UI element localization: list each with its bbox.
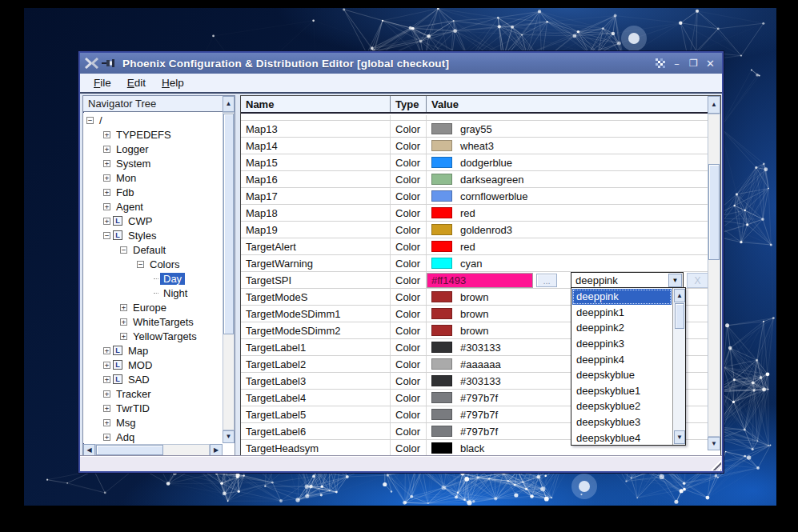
table-vscrollbar-thumb[interactable] bbox=[708, 164, 720, 260]
table-cell[interactable]: TargetLabel1 bbox=[241, 339, 391, 355]
table-cell[interactable]: TargetLabel2 bbox=[241, 356, 391, 372]
table-cell[interactable] bbox=[241, 115, 391, 120]
table-cell[interactable]: red bbox=[427, 238, 708, 254]
menu-item-file[interactable]: File bbox=[86, 75, 118, 90]
dropdown-item-deepskyblue4[interactable]: deepskyblue4 bbox=[572, 430, 672, 444]
clear-value-button[interactable]: X bbox=[687, 273, 708, 288]
tree-scroll-right-button[interactable]: ▶ bbox=[210, 444, 223, 456]
tree-item-cwp[interactable]: +LCWP bbox=[83, 214, 223, 228]
expand-icon[interactable]: + bbox=[103, 390, 110, 398]
table-row-map17[interactable]: Map17Colorcornflowerblue bbox=[241, 188, 708, 205]
table-cell[interactable]: Color bbox=[391, 322, 427, 338]
dropdown-item-deepskyblue3[interactable]: deepskyblue3 bbox=[572, 414, 672, 430]
tree-item-map[interactable]: +LMap bbox=[83, 343, 223, 358]
expand-icon[interactable]: + bbox=[103, 347, 110, 354]
table-cell[interactable]: TargetAlert bbox=[241, 238, 391, 254]
table-row-map15[interactable]: Map15Colordodgerblue bbox=[241, 154, 708, 171]
table-cell[interactable]: Map15 bbox=[241, 154, 391, 170]
menu-item-help[interactable]: Help bbox=[154, 75, 191, 90]
table-cell[interactable]: Map18 bbox=[241, 205, 391, 221]
tree-item-typedefs[interactable]: +TYPEDEFS bbox=[83, 127, 223, 142]
expand-icon[interactable]: + bbox=[103, 174, 110, 182]
tree-item-twrtid[interactable]: +TwrTID bbox=[83, 401, 223, 415]
table-row-targetalert[interactable]: TargetAlertColorred bbox=[241, 238, 708, 255]
table-cell[interactable]: cornflowerblue bbox=[427, 188, 708, 204]
table-cell[interactable]: Color bbox=[391, 222, 427, 238]
table-cell[interactable]: Color bbox=[391, 306, 427, 322]
title-bar[interactable]: Phoenix Configuration & Distribution Edi… bbox=[80, 53, 722, 74]
table-cell[interactable]: Map14 bbox=[241, 138, 391, 154]
table-cell[interactable]: TargetLabel3 bbox=[241, 373, 391, 389]
table-cell[interactable]: red bbox=[427, 205, 708, 221]
table-cell[interactable]: goldenrod3 bbox=[427, 222, 708, 238]
tree-item-agent[interactable]: +Agent bbox=[83, 199, 223, 214]
table-cell[interactable]: Color bbox=[391, 440, 427, 456]
tree-item-tracker[interactable]: +Tracker bbox=[83, 386, 223, 401]
expand-icon[interactable]: + bbox=[103, 146, 110, 153]
dropdown-item-deepskyblue1[interactable]: deepskyblue1 bbox=[572, 383, 672, 399]
dropdown-item-deeppink1[interactable]: deeppink1 bbox=[572, 305, 672, 321]
expand-icon[interactable]: + bbox=[103, 189, 110, 196]
expand-icon[interactable]: + bbox=[103, 160, 110, 167]
table-cell[interactable]: gray55 bbox=[427, 121, 708, 137]
table-cell[interactable]: TargetModeS bbox=[241, 289, 391, 305]
tree-item-system[interactable]: +System bbox=[83, 156, 223, 170]
tree-item-fdb[interactable]: +Fdb bbox=[83, 185, 223, 199]
collapse-icon[interactable]: − bbox=[103, 232, 110, 239]
table-cell[interactable]: Map17 bbox=[241, 188, 391, 204]
minimize-button[interactable]: – bbox=[670, 57, 684, 70]
table-scroll-down-button[interactable]: ▼ bbox=[708, 437, 720, 450]
table-cell[interactable]: Color bbox=[391, 188, 427, 204]
dropdown-item-deepskyblue[interactable]: deepskyblue bbox=[572, 367, 672, 383]
table-row-map16[interactable]: Map16Colordarkseagreen bbox=[241, 171, 708, 188]
expand-icon[interactable]: + bbox=[120, 304, 127, 311]
table-cell[interactable]: Color bbox=[391, 339, 427, 355]
tree-item-default[interactable]: −Default bbox=[83, 242, 223, 257]
table-cell[interactable]: TargetLabel5 bbox=[241, 406, 391, 422]
dropdown-scroll-up-button[interactable]: ▲ bbox=[674, 289, 685, 302]
table-cell[interactable]: Map13 bbox=[241, 121, 391, 137]
tree-item-logger[interactable]: +Logger bbox=[83, 142, 223, 156]
table-row-targetspi[interactable]: TargetSPIColor#ff1493...deeppink▼X bbox=[241, 272, 708, 289]
workspace-dither-icon[interactable] bbox=[654, 57, 667, 70]
table-cell[interactable]: Color bbox=[391, 154, 427, 170]
tree-item-whitetargets[interactable]: +WhiteTargets bbox=[83, 314, 223, 329]
chevron-down-icon[interactable]: ▼ bbox=[668, 274, 682, 287]
table-row-map14[interactable]: Map14Colorwheat3 bbox=[241, 138, 708, 154]
table-cell[interactable]: Color bbox=[391, 255, 427, 271]
table-cell[interactable]: Color bbox=[391, 138, 427, 154]
dropdown-item-deepskyblue2[interactable]: deepskyblue2 bbox=[572, 398, 672, 414]
tree-item-styles[interactable]: −LStyles bbox=[83, 228, 223, 242]
tree-item-root[interactable]: −/ bbox=[83, 113, 223, 127]
column-header-value[interactable]: Value bbox=[427, 96, 708, 112]
expand-icon[interactable]: + bbox=[103, 203, 110, 210]
tree-item-adq[interactable]: +Adq bbox=[83, 430, 223, 443]
collapse-icon[interactable]: − bbox=[120, 246, 127, 254]
table-cell[interactable]: wheat3 bbox=[427, 138, 708, 154]
table-cell[interactable]: dodgerblue bbox=[427, 154, 708, 170]
dropdown-item-deeppink[interactable]: deeppink bbox=[572, 289, 672, 305]
expand-icon[interactable]: + bbox=[103, 419, 110, 426]
table-row-map18[interactable]: Map18Colorred bbox=[241, 205, 708, 222]
expand-icon[interactable]: + bbox=[103, 218, 110, 225]
dropdown-scrollbar-thumb[interactable] bbox=[675, 303, 684, 329]
table-cell[interactable]: Color bbox=[391, 238, 427, 254]
table-cell[interactable]: Color bbox=[391, 423, 427, 439]
table-cell[interactable]: Color bbox=[391, 272, 427, 288]
table-cell[interactable] bbox=[427, 115, 708, 120]
menu-item-edit[interactable]: Edit bbox=[120, 75, 153, 90]
table-cell[interactable] bbox=[391, 115, 427, 120]
tree-item-mod[interactable]: +LMOD bbox=[83, 358, 223, 372]
table-cell[interactable]: Color bbox=[391, 373, 427, 389]
tree-item-night[interactable]: Night bbox=[83, 286, 223, 300]
tree-item-europe[interactable]: +Europe bbox=[83, 300, 223, 314]
table-cell[interactable]: TargetModeSDimm1 bbox=[241, 306, 391, 322]
tree-item-mon[interactable]: +Mon bbox=[83, 170, 223, 185]
table-cell[interactable]: TargetLabel6 bbox=[241, 423, 391, 439]
tree-scroll-up-button[interactable]: ▲ bbox=[223, 96, 235, 112]
table-cell[interactable]: TargetSPI bbox=[241, 272, 391, 288]
table-cell[interactable]: Color bbox=[391, 390, 427, 406]
table-cell[interactable]: Color bbox=[391, 121, 427, 137]
table-vscrollbar-track[interactable] bbox=[708, 114, 720, 437]
expand-icon[interactable]: + bbox=[103, 434, 110, 441]
